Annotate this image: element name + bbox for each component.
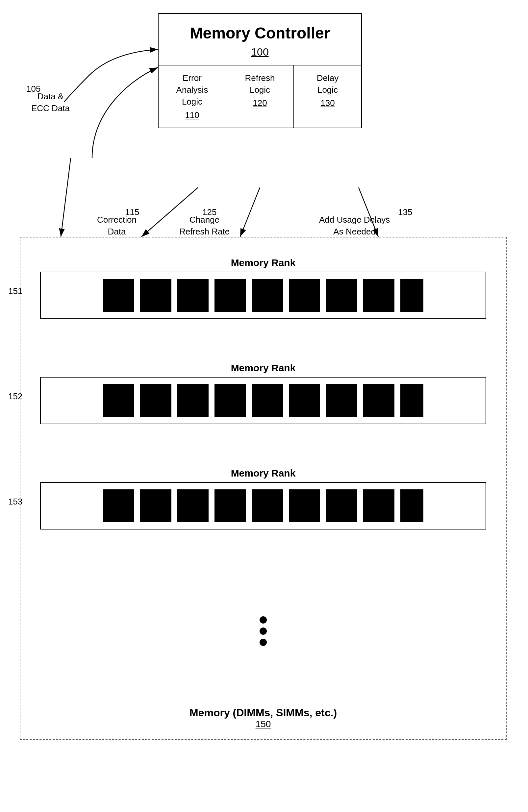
chip <box>363 384 395 417</box>
data-ecc-label: Data &ECC Data <box>31 90 70 114</box>
chip <box>289 279 320 312</box>
chip <box>252 384 283 417</box>
chip <box>214 279 246 312</box>
refresh-logic-box: RefreshLogic 120 <box>226 66 294 128</box>
chip <box>326 279 357 312</box>
mc-title: Memory Controller <box>165 24 355 43</box>
memory-number: 150 <box>20 719 506 729</box>
rank3-area: Memory Rank <box>20 458 506 533</box>
delay-logic-label: DelayLogic <box>317 73 339 95</box>
rank1-inner-box <box>40 272 486 319</box>
chip <box>289 384 320 417</box>
rank3-inner-box <box>40 482 486 530</box>
delay-logic-number: 130 <box>299 97 356 109</box>
correction-data-label: CorrectionData <box>97 214 137 238</box>
chip <box>363 279 395 312</box>
chip-small <box>400 384 423 417</box>
dot3 <box>259 639 267 646</box>
chip <box>177 279 209 312</box>
ref-135-label: 135 <box>398 207 412 217</box>
rank1-area: Memory Rank <box>20 247 506 322</box>
refresh-logic-number: 120 <box>231 97 288 109</box>
chip <box>289 489 320 522</box>
mc-title-section: Memory Controller 100 <box>159 14 361 66</box>
chip <box>103 489 134 522</box>
rank3-label: Memory Rank <box>20 468 506 479</box>
memory-dimms-label: Memory (DIMMs, SIMMs, etc.) <box>20 707 506 719</box>
memory-bottom-label: Memory (DIMMs, SIMMs, etc.) 150 <box>20 707 506 729</box>
chip <box>252 279 283 312</box>
memory-area: Memory Rank Memory Rank <box>20 237 506 740</box>
refresh-logic-label: RefreshLogic <box>245 73 275 95</box>
dot1 <box>259 616 267 624</box>
chip <box>140 279 171 312</box>
svg-line-3 <box>240 187 260 237</box>
delay-logic-box: DelayLogic 130 <box>294 66 361 128</box>
chip <box>140 384 171 417</box>
chip <box>252 489 283 522</box>
chip <box>103 279 134 312</box>
error-analysis-logic-box: ErrorAnalysisLogic 110 <box>159 66 226 128</box>
error-analysis-label: ErrorAnalysisLogic <box>176 73 208 107</box>
rank2-label: Memory Rank <box>20 362 506 374</box>
mc-number: 100 <box>165 46 355 58</box>
svg-line-5 <box>61 158 71 237</box>
chip <box>326 384 357 417</box>
add-usage-delays-label: Add Usage DelaysAs Needed <box>319 214 390 238</box>
chip <box>103 384 134 417</box>
chip-small <box>400 489 423 522</box>
chip <box>363 489 395 522</box>
chip <box>140 489 171 522</box>
rank-152-label: 152 <box>8 391 23 402</box>
rank-153-label: 153 <box>8 497 23 507</box>
mc-sub-section: ErrorAnalysisLogic 110 RefreshLogic 120 … <box>159 66 361 128</box>
chip <box>214 384 246 417</box>
diagram-container: Memory Controller 100 ErrorAnalysisLogic… <box>0 0 528 812</box>
rank-151-label: 151 <box>8 286 23 296</box>
chip <box>326 489 357 522</box>
chip <box>214 489 246 522</box>
rank1-label: Memory Rank <box>20 257 506 269</box>
dot2 <box>259 627 267 635</box>
chip-small <box>400 279 423 312</box>
dots-area <box>20 612 506 650</box>
chip <box>177 384 209 417</box>
rank2-inner-box <box>40 377 486 424</box>
error-analysis-number: 110 <box>163 109 221 121</box>
chip <box>177 489 209 522</box>
change-refresh-label: ChangeRefresh Rate <box>179 214 230 238</box>
memory-controller-box: Memory Controller 100 ErrorAnalysisLogic… <box>158 13 362 128</box>
rank2-area: Memory Rank <box>20 352 506 427</box>
